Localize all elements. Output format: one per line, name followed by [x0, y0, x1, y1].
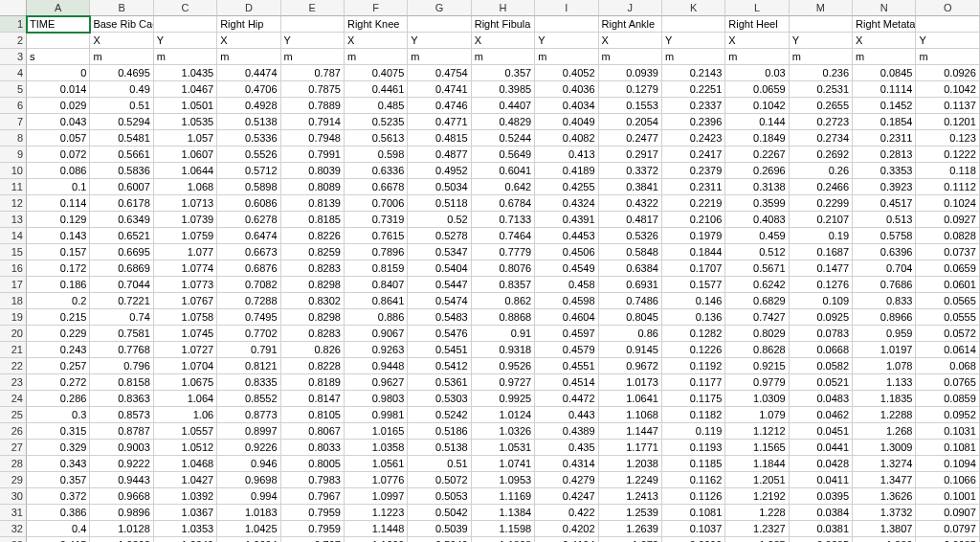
cell-r33-cN[interactable]: 1.386	[853, 537, 916, 542]
cell-r23-cK[interactable]: 0.1177	[662, 374, 725, 391]
cell-r14-cJ[interactable]: 0.5326	[599, 228, 662, 244]
cell-r2-cN[interactable]: X	[853, 33, 916, 49]
cell-r25-cE[interactable]: 0.8105	[281, 407, 345, 423]
cell-r15-cO[interactable]: 0.0737	[916, 244, 979, 260]
cell-r21-cH[interactable]: 0.9318	[472, 342, 535, 358]
cell-r23-cN[interactable]: 1.133	[853, 374, 916, 391]
cell-r4-cD[interactable]: 0.4474	[217, 65, 280, 81]
cell-r33-cM[interactable]: 0.0385	[790, 537, 853, 542]
cell-r14-cH[interactable]: 0.7464	[472, 228, 535, 244]
cell-r20-cF[interactable]: 0.9067	[345, 326, 408, 342]
cell-r23-cE[interactable]: 0.8189	[281, 374, 345, 391]
cell-r12-cI[interactable]: 0.4324	[535, 195, 598, 212]
cell-r25-cG[interactable]: 0.5242	[408, 407, 471, 423]
cell-r23-cA[interactable]: 0.272	[27, 374, 90, 391]
cell-r12-cM[interactable]: 0.2299	[790, 195, 853, 212]
cell-r23-cB[interactable]: 0.8158	[90, 374, 153, 391]
cell-r21-cI[interactable]: 0.4579	[535, 342, 598, 358]
cell-r9-cO[interactable]: 0.1222	[916, 147, 979, 163]
row-header-28[interactable]: 28	[0, 456, 27, 472]
cell-r28-cM[interactable]: 0.0428	[790, 456, 853, 472]
cell-r30-cC[interactable]: 1.0392	[154, 488, 217, 505]
cell-r10-cN[interactable]: 0.3353	[853, 163, 916, 179]
cell-r27-cM[interactable]: 0.0441	[790, 440, 853, 456]
cell-r10-cD[interactable]: 0.5712	[217, 163, 280, 179]
cell-r32-cG[interactable]: 0.5039	[408, 521, 471, 537]
cell-r26-cM[interactable]: 0.0451	[790, 423, 853, 440]
cell-r21-cG[interactable]: 0.5451	[408, 342, 471, 358]
cell-r14-cG[interactable]: 0.5278	[408, 228, 471, 244]
cell-r22-cJ[interactable]: 0.9672	[599, 358, 662, 374]
cell-r32-cK[interactable]: 0.1037	[662, 521, 725, 537]
cell-r13-cD[interactable]: 0.6278	[217, 212, 280, 228]
cell-r31-cC[interactable]: 1.0367	[154, 505, 217, 521]
column-header-K[interactable]: K	[662, 0, 725, 16]
cell-r10-cG[interactable]: 0.4952	[408, 163, 471, 179]
cell-r33-cF[interactable]: 1.1669	[345, 537, 408, 542]
cell-r15-cG[interactable]: 0.5347	[408, 244, 471, 260]
cell-r9-cM[interactable]: 0.2692	[790, 147, 853, 163]
cell-r12-cO[interactable]: 0.1024	[916, 195, 979, 212]
cell-r1-cJ[interactable]: Right Ankle	[599, 16, 662, 33]
cell-r7-cE[interactable]: 0.7914	[281, 114, 345, 130]
cell-r19-cM[interactable]: 0.0925	[790, 309, 853, 326]
cell-r21-cN[interactable]: 1.0197	[853, 342, 916, 358]
cell-r11-cD[interactable]: 0.5898	[217, 179, 280, 195]
cell-r1-cI[interactable]	[535, 16, 598, 33]
cell-r7-cM[interactable]: 0.2723	[790, 114, 853, 130]
cell-r26-cD[interactable]: 0.8997	[217, 423, 280, 440]
row-header-17[interactable]: 17	[0, 277, 27, 293]
cell-r1-cN[interactable]: Right Metatarsal	[853, 16, 916, 33]
cell-r17-cH[interactable]: 0.8357	[472, 277, 535, 293]
cell-r17-cL[interactable]: 0.6242	[725, 277, 789, 293]
cell-r2-cO[interactable]: Y	[916, 33, 979, 49]
cell-r26-cN[interactable]: 1.268	[853, 423, 916, 440]
cell-r22-cG[interactable]: 0.5412	[408, 358, 471, 374]
cell-r28-cN[interactable]: 1.3274	[853, 456, 916, 472]
cell-r26-cI[interactable]: 0.4389	[535, 423, 598, 440]
cell-r12-cE[interactable]: 0.8139	[281, 195, 345, 212]
column-header-B[interactable]: B	[90, 0, 153, 16]
cell-r3-cA[interactable]: s	[27, 49, 90, 65]
cell-r8-cA[interactable]: 0.057	[27, 130, 90, 147]
cell-r14-cM[interactable]: 0.19	[790, 228, 853, 244]
cell-r5-cM[interactable]: 0.2531	[790, 81, 853, 98]
cell-r13-cB[interactable]: 0.6349	[90, 212, 153, 228]
cell-r16-cM[interactable]: 0.1477	[790, 260, 853, 277]
cell-r1-cA[interactable]: TIME	[27, 16, 90, 33]
row-header-20[interactable]: 20	[0, 326, 27, 342]
row-header-4[interactable]: 4	[0, 65, 27, 81]
cell-r21-cM[interactable]: 0.0668	[790, 342, 853, 358]
cell-r27-cI[interactable]: 0.435	[535, 440, 598, 456]
row-header-32[interactable]: 32	[0, 521, 27, 537]
cell-r29-cG[interactable]: 0.5072	[408, 472, 471, 488]
cell-r33-cE[interactable]: 0.797	[281, 537, 345, 542]
cell-r16-cI[interactable]: 0.4549	[535, 260, 598, 277]
cell-r8-cE[interactable]: 0.7948	[281, 130, 345, 147]
cell-r7-cL[interactable]: 0.144	[725, 114, 789, 130]
cell-r3-cG[interactable]: m	[408, 49, 471, 65]
row-header-5[interactable]: 5	[0, 81, 27, 98]
cell-r4-cK[interactable]: 0.2143	[662, 65, 725, 81]
cell-r17-cA[interactable]: 0.186	[27, 277, 90, 293]
row-header-23[interactable]: 23	[0, 374, 27, 391]
cell-r18-cG[interactable]: 0.5474	[408, 293, 471, 309]
cell-r6-cO[interactable]: 0.1137	[916, 98, 979, 114]
cell-r21-cL[interactable]: 0.8628	[725, 342, 789, 358]
cell-r18-cA[interactable]: 0.2	[27, 293, 90, 309]
cell-r5-cJ[interactable]: 0.1279	[599, 81, 662, 98]
cell-r28-cA[interactable]: 0.343	[27, 456, 90, 472]
cell-r11-cE[interactable]: 0.8089	[281, 179, 345, 195]
cell-r13-cM[interactable]: 0.2107	[790, 212, 853, 228]
cell-r30-cL[interactable]: 1.2192	[725, 488, 789, 505]
cell-r3-cI[interactable]: m	[535, 49, 598, 65]
cell-r32-cA[interactable]: 0.4	[27, 521, 90, 537]
cell-r4-cE[interactable]: 0.787	[281, 65, 345, 81]
cell-r17-cO[interactable]: 0.0601	[916, 277, 979, 293]
cell-r30-cF[interactable]: 1.0997	[345, 488, 408, 505]
cell-r13-cH[interactable]: 0.7133	[472, 212, 535, 228]
cell-r26-cL[interactable]: 1.1212	[725, 423, 789, 440]
cell-r9-cD[interactable]: 0.5526	[217, 147, 280, 163]
cell-r30-cJ[interactable]: 1.2413	[599, 488, 662, 505]
cell-r24-cA[interactable]: 0.286	[27, 391, 90, 407]
